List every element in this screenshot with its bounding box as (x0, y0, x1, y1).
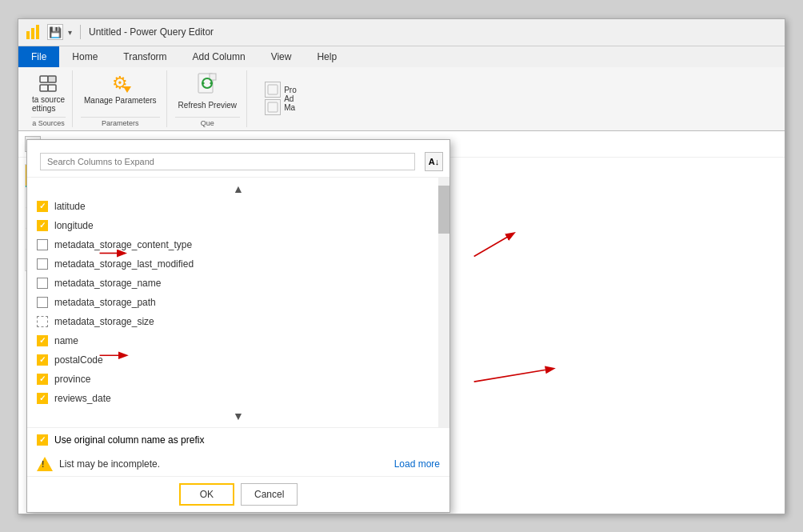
column-checkbox[interactable] (37, 258, 48, 270)
list-item[interactable]: province (27, 370, 449, 389)
list-item[interactable]: reviews_date (27, 389, 449, 408)
sort-button[interactable]: A↓ (425, 152, 443, 171)
search-row: A↓ (27, 140, 449, 177)
tab-addcolumn[interactable]: Add Column (180, 46, 258, 67)
tab-transform[interactable]: Transform (110, 46, 179, 67)
list-item[interactable]: metadata_storage_name (27, 274, 449, 293)
column-checkbox[interactable] (37, 220, 48, 231)
ok-button[interactable]: OK (179, 483, 234, 506)
svg-rect-6 (48, 85, 56, 91)
icon-col-1 (265, 82, 281, 115)
svg-marker-7 (123, 86, 131, 93)
group-datasource: ta sourceettings a Sources (25, 70, 73, 127)
ribbon-tabs: File Home Transform Add Column View Help (18, 46, 785, 67)
column-checkbox[interactable] (37, 316, 48, 327)
tab-help[interactable]: Help (304, 46, 350, 67)
svg-rect-13 (268, 102, 278, 112)
warning-row: List may be incomplete. Load more (27, 452, 449, 476)
doc-icon-1 (265, 82, 281, 98)
refresh-preview-label: Refresh Preview (178, 101, 237, 110)
column-checkbox[interactable] (37, 278, 48, 289)
params-section-label: Parameters (81, 117, 160, 127)
svg-rect-3 (40, 76, 48, 82)
svg-rect-12 (268, 85, 278, 94)
label-ma: Ma (284, 103, 297, 112)
svg-rect-1 (31, 28, 34, 39)
title-bar: 💾 ▾ Untitled - Power Query Editor (18, 19, 785, 46)
svg-rect-5 (40, 85, 48, 91)
app-window: 💾 ▾ Untitled - Power Query Editor File H… (18, 18, 785, 514)
dialog-footer: OK Cancel (27, 476, 449, 512)
list-item[interactable]: metadata_storage_last_modified (27, 254, 449, 274)
search-columns-input[interactable] (40, 153, 415, 170)
group-more: Pro Ad Ma (249, 70, 313, 127)
tab-view[interactable]: View (258, 46, 305, 67)
column-list: ▲ latitude longitude metadata_storage_co… (27, 177, 449, 427)
label-pro: Pro (284, 86, 297, 94)
refresh-icon-container (196, 72, 218, 99)
datasource-icon (37, 73, 59, 95)
sort-icon: A↓ (429, 157, 439, 166)
scroll-up-arrow: ▲ (27, 181, 449, 197)
column-checkbox[interactable] (37, 201, 48, 212)
datasource-label: ta sourceettings (32, 95, 65, 113)
list-item[interactable]: latitude (27, 197, 449, 216)
refresh-section: Que (175, 117, 240, 127)
load-more-link[interactable]: Load more (394, 458, 440, 470)
column-checkbox[interactable] (37, 239, 48, 250)
scrollbar-thumb[interactable] (438, 186, 449, 234)
list-item[interactable]: longitude (27, 216, 449, 235)
manage-params-label: Manage Parameters (84, 96, 157, 105)
svg-rect-4 (48, 76, 56, 82)
toolbar-arrow: ▾ (68, 28, 72, 37)
list-item[interactable]: metadata_storage_content_type (27, 235, 449, 254)
warning-icon (37, 457, 53, 471)
scrollbar-track[interactable] (438, 178, 449, 427)
warning-text: List may be incomplete. (59, 458, 160, 470)
column-name: metadata_storage_last_modified (54, 258, 194, 270)
column-name: name (54, 335, 78, 346)
prefix-label: Use original column name as prefix (54, 434, 204, 446)
list-item[interactable]: postalCode (27, 350, 449, 370)
svg-rect-0 (26, 31, 30, 39)
divider (80, 25, 81, 39)
refresh-arrows-icon (201, 77, 214, 90)
column-name: metadata_storage_path (54, 297, 156, 308)
column-name: metadata_storage_name (54, 278, 161, 289)
column-name: latitude (54, 201, 86, 212)
doc-icon-2 (265, 99, 281, 115)
list-item[interactable]: name (27, 331, 449, 350)
column-checkbox[interactable] (37, 354, 48, 366)
save-icon: 💾 (49, 26, 62, 38)
datasource-section: a Sources (31, 117, 66, 127)
col-items-container: latitude longitude metadata_storage_cont… (27, 197, 449, 408)
params-arrow-icon (123, 86, 131, 94)
column-checkbox[interactable] (37, 297, 48, 308)
svg-marker-10 (210, 81, 212, 86)
column-checkbox[interactable] (37, 393, 48, 404)
more-icons: Pro Ad Ma (265, 70, 297, 127)
prefix-row: Use original column name as prefix (27, 427, 449, 452)
scroll-down-arrow: ▼ (27, 408, 449, 424)
window-title: Untitled - Power Query Editor (89, 26, 214, 38)
svg-rect-2 (36, 25, 39, 39)
group-refresh: Refresh Preview Que (169, 70, 247, 127)
save-button[interactable]: 💾 (47, 24, 63, 40)
prefix-checkbox[interactable] (37, 434, 48, 446)
more-labels: Pro Ad Ma (284, 86, 297, 112)
expand-columns-dialog: A↓ ▲ latitude longitude metadata_storage… (26, 139, 450, 513)
tab-file[interactable]: File (18, 46, 59, 67)
column-name: postalCode (54, 354, 103, 366)
list-item[interactable]: metadata_storage_size (27, 312, 449, 331)
powerbi-icon (25, 23, 42, 41)
column-name: metadata_storage_content_type (54, 239, 192, 250)
column-name: province (54, 374, 90, 385)
column-checkbox[interactable] (37, 335, 48, 346)
manage-parameters-button[interactable]: ⚙ Manage Parameters (81, 70, 160, 106)
tab-home[interactable]: Home (59, 46, 110, 67)
list-item[interactable]: metadata_storage_path (27, 293, 449, 312)
cancel-button[interactable]: Cancel (241, 483, 298, 506)
manage-params-icon-container: ⚙ (109, 72, 131, 94)
refresh-preview-button[interactable]: Refresh Preview (175, 70, 240, 111)
column-checkbox[interactable] (37, 374, 48, 385)
